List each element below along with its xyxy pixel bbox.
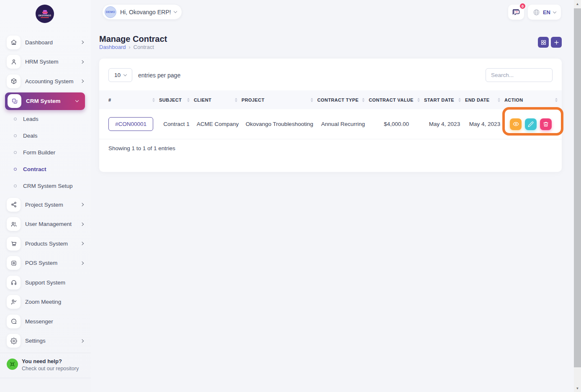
cell-client: ACME Company	[194, 121, 242, 127]
column-header-project[interactable]: PROJECT	[242, 97, 317, 102]
column-header-action[interactable]: ACTION	[504, 97, 562, 102]
chevron-down-icon	[75, 99, 79, 102]
table-row: #CON00001 Contract 1 ACME Company Okovan…	[99, 109, 562, 139]
sidebar-item-crm[interactable]: CRM System	[5, 92, 85, 110]
sort-icon	[417, 98, 420, 102]
sidebar-subitem-deals[interactable]: Deals	[0, 128, 91, 144]
delete-button[interactable]	[540, 118, 552, 130]
sidebar-item-dashboard[interactable]: Dashboard	[0, 33, 91, 52]
contract-id-link[interactable]: #CON00001	[108, 117, 153, 131]
chevron-right-icon	[80, 60, 84, 64]
sort-icon	[187, 98, 190, 102]
sidebar-item-label: Messenger	[25, 318, 85, 325]
sidebar-item-label: User Management	[25, 221, 81, 227]
avatar: DEMO	[105, 6, 116, 18]
sidebar-subitem-crm-setup[interactable]: CRM System Setup	[0, 178, 91, 195]
column-header-id[interactable]: #	[108, 97, 159, 102]
page-size-select[interactable]: 10	[108, 68, 132, 82]
contracts-card: 10 entries per page # SUBJECT CLIENT PRO…	[99, 59, 562, 172]
bullet-icon	[14, 168, 17, 171]
users-icon	[7, 217, 21, 231]
breadcrumb: Dashboard › Contract	[99, 44, 154, 50]
help-title: You need help?	[22, 356, 79, 364]
share-nodes-icon	[7, 198, 21, 212]
sidebar-item-label: Dashboard	[25, 39, 81, 46]
chevron-right-icon	[80, 223, 84, 226]
chevron-down-icon	[553, 10, 556, 13]
chevron-right-icon	[80, 41, 84, 44]
chevron-right-icon	[80, 203, 84, 206]
cell-contract-value: $4,000.00	[369, 121, 424, 127]
sidebar-subitem-label: Deals	[23, 133, 38, 139]
chevron-right-icon	[80, 242, 84, 245]
cart-icon	[7, 237, 21, 251]
sidebar-subitem-form-builder[interactable]: Form Builder	[0, 144, 91, 161]
user-menu-button[interactable]: DEMO Hi, Okovango ERP!	[102, 4, 182, 20]
chevron-down-icon	[123, 73, 127, 76]
pos-terminal-icon	[7, 256, 21, 270]
trash-icon	[543, 121, 549, 127]
cube-icon	[7, 74, 21, 88]
sidebar-item-label: Products System	[25, 241, 81, 247]
sort-icon	[498, 98, 500, 102]
chat-bubble-icon	[7, 315, 21, 328]
sidebar-subitem-leads[interactable]: Leads	[0, 111, 91, 128]
sidebar-item-hrm[interactable]: HRM System	[0, 52, 91, 72]
page-title: Manage Contract	[99, 34, 167, 44]
column-header-contract-type[interactable]: CONTRACT TYPE	[317, 97, 369, 102]
user-check-icon	[7, 295, 21, 309]
crm-apps-icon	[8, 94, 21, 108]
bullet-icon	[14, 151, 17, 154]
sort-icon	[311, 98, 313, 102]
scrollbar-thumb[interactable]	[574, 8, 581, 367]
sidebar-item-user-management[interactable]: User Management	[0, 215, 91, 234]
sidebar: OKOVANGO Dashboard HRM System Accounting…	[0, 0, 91, 392]
sidebar-item-settings[interactable]: Settings	[0, 331, 91, 351]
column-header-start-date[interactable]: START DATE	[424, 97, 465, 102]
language-selector[interactable]: EN	[528, 5, 561, 20]
brand-logo[interactable]: OKOVANGO	[36, 5, 54, 23]
eye-icon	[513, 121, 519, 127]
add-contract-button[interactable]	[551, 37, 562, 48]
gear-icon	[7, 334, 21, 348]
breadcrumb-dashboard-link[interactable]: Dashboard	[99, 44, 126, 50]
notifications-button[interactable]: 0	[508, 5, 524, 20]
cell-contract-type: Annual Recurring	[317, 121, 369, 127]
column-header-end-date[interactable]: END DATE	[465, 97, 504, 102]
sidebar-item-messenger[interactable]: Messenger	[0, 312, 91, 331]
sidebar-item-label: HRM System	[25, 59, 81, 65]
sidebar-item-pos[interactable]: POS System	[0, 254, 91, 273]
plus-icon	[553, 39, 560, 46]
sidebar-item-accounting[interactable]: Accounting System	[0, 72, 91, 91]
cell-subject: Contract 1	[159, 121, 194, 127]
headset-icon	[7, 276, 21, 290]
sidebar-menu: Dashboard HRM System Accounting System C…	[0, 33, 91, 351]
column-header-subject[interactable]: SUBJECT	[159, 97, 194, 102]
scroll-up-arrow[interactable]: ▲	[574, 0, 581, 8]
sort-icon	[458, 98, 461, 102]
sort-icon	[362, 98, 365, 102]
scroll-down-arrow[interactable]: ▼	[574, 384, 581, 392]
greeting-text: Hi, Okovango ERP!	[120, 9, 171, 15]
column-header-contract-value[interactable]: CONTRACT VALUE	[369, 97, 424, 102]
breadcrumb-current: Contract	[134, 44, 154, 50]
pencil-icon	[528, 121, 534, 127]
user-icon	[7, 55, 21, 69]
sidebar-item-project[interactable]: Project System	[0, 195, 91, 215]
sidebar-item-label: Zoom Meeting	[25, 299, 85, 305]
sidebar-item-zoom-meeting[interactable]: Zoom Meeting	[0, 292, 91, 312]
edit-button[interactable]	[525, 118, 537, 130]
sidebar-subitem-contract[interactable]: Contract	[0, 161, 91, 178]
sidebar-item-label: Settings	[25, 338, 81, 344]
sidebar-item-support[interactable]: Support System	[0, 273, 91, 292]
bullet-icon	[14, 184, 17, 187]
column-header-client[interactable]: CLIENT	[194, 97, 242, 102]
help-link[interactable]: You need help? Check out our repository	[7, 356, 79, 372]
sort-icon	[235, 98, 237, 102]
search-input[interactable]	[486, 68, 553, 82]
view-button[interactable]	[510, 118, 522, 130]
page-scrollbar[interactable]: ▲ ▼	[574, 0, 581, 392]
table-header: # SUBJECT CLIENT PROJECT CONTRACT TYPE C…	[99, 90, 562, 109]
grid-view-button[interactable]	[538, 37, 549, 48]
sidebar-item-products[interactable]: Products System	[0, 234, 91, 254]
